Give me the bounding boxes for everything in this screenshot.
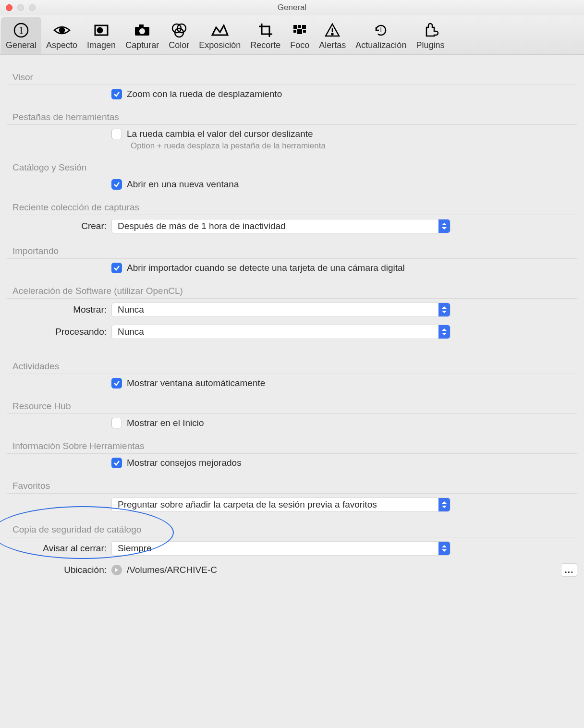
tab-recorte[interactable]: Recorte (245, 17, 285, 54)
select-opencl-proc[interactable]: Nunca (111, 325, 450, 339)
tab-foco[interactable]: Foco (285, 17, 314, 54)
checkbox-wheel-slider-label: La rueda cambia el valor del cursor desl… (127, 129, 313, 139)
alert-icon (324, 20, 341, 40)
tab-plugins[interactable]: Plugins (411, 17, 449, 54)
checkbox-open-new-window-label: Abrir en una nueva ventana (127, 179, 239, 190)
svg-point-7 (139, 28, 145, 34)
section-resource-hub: Resource Hub (7, 392, 577, 414)
opencl-show-label: Mostrar: (7, 304, 111, 315)
svg-rect-14 (293, 30, 296, 33)
tab-general[interactable]: 1 General (1, 17, 41, 54)
camera-icon (133, 20, 151, 40)
backup-close-label: Avisar al cerrar: (7, 543, 111, 554)
checkbox-auto-window-label: Mostrar ventana automáticamente (127, 378, 265, 388)
section-tooltips: Información Sobre Herramientas (7, 432, 577, 454)
svg-point-18 (332, 34, 333, 35)
tab-alertas[interactable]: Alertas (314, 17, 351, 54)
svg-text:1: 1 (379, 26, 383, 34)
backup-loc-label: Ubicación: (7, 565, 111, 575)
svg-rect-12 (298, 25, 301, 28)
focus-icon (291, 20, 308, 40)
svg-rect-16 (303, 30, 306, 33)
tab-actualizacion[interactable]: 1 Actualización (351, 17, 411, 54)
tab-label: Imagen (87, 40, 116, 50)
tab-label: Actualización (355, 40, 406, 50)
general-icon: 1 (12, 20, 30, 40)
prefs-toolbar: 1 General Aspecto Imagen Capturar Color … (0, 15, 584, 55)
svg-rect-15 (297, 29, 302, 34)
svg-point-4 (97, 28, 102, 33)
section-catalog-session: Catálogo y Sesión (7, 154, 577, 175)
section-recent-capture: Reciente colección de capturas (7, 194, 577, 215)
opencl-proc-label: Procesando: (7, 327, 111, 337)
section-favorites: Favoritos (7, 472, 577, 494)
svg-rect-11 (293, 25, 297, 29)
svg-rect-6 (139, 24, 144, 27)
tab-label: Aspecto (46, 40, 77, 50)
tab-label: Foco (290, 40, 309, 50)
tab-label: Alertas (319, 40, 346, 50)
plugin-icon (422, 20, 439, 40)
section-importing: Importando (7, 237, 577, 259)
checkbox-show-start[interactable] (111, 418, 122, 428)
section-visor: Visor (7, 63, 577, 85)
color-icon (170, 20, 188, 40)
titlebar: General (0, 0, 584, 15)
eye-icon (52, 20, 72, 40)
prefs-content: Visor Zoom con la rueda de desplazamient… (0, 55, 584, 600)
checkbox-wheel-slider[interactable] (111, 129, 122, 139)
select-opencl-show-value: Nunca (118, 304, 144, 315)
select-opencl-show[interactable]: Nunca (111, 303, 450, 317)
backup-path: /Volumes/ARCHIVE-C (127, 565, 217, 575)
tab-exposicion[interactable]: Exposición (194, 17, 245, 54)
tab-color[interactable]: Color (164, 17, 194, 54)
checkbox-enhanced-tips-label: Mostrar consejos mejorados (127, 458, 242, 468)
checkbox-auto-window[interactable] (111, 378, 122, 388)
checkbox-enhanced-tips[interactable] (111, 458, 122, 468)
tab-label: Recorte (250, 40, 280, 50)
crop-icon (257, 20, 274, 40)
svg-rect-13 (302, 25, 306, 29)
create-label: Crear: (7, 221, 111, 231)
window-title: General (0, 3, 584, 12)
checkbox-show-start-label: Mostrar en el Inicio (127, 418, 204, 428)
tab-capturar[interactable]: Capturar (121, 17, 164, 54)
path-arrow-icon (111, 565, 122, 575)
checkbox-zoom-scroll[interactable] (111, 89, 122, 99)
browse-button[interactable]: ... (561, 563, 577, 577)
checkbox-open-importer-label: Abrir importador cuando se detecte una t… (127, 263, 405, 273)
update-icon: 1 (372, 20, 389, 40)
select-create-collection[interactable]: Después de más de 1 hora de inactividad (111, 219, 450, 233)
checkbox-zoom-scroll-label: Zoom con la rueda de desplazamiento (127, 89, 282, 99)
section-activities: Actividades (7, 352, 577, 374)
select-backup-close-value: Siempre (118, 543, 152, 554)
tab-label: Exposición (199, 40, 241, 50)
section-opencl: Aceleración de Software (utilizar OpenCL… (7, 277, 577, 299)
tab-label: Capturar (125, 40, 159, 50)
section-backup: Copia de seguridad de catálogo (7, 516, 577, 537)
exposure-icon (210, 20, 230, 40)
select-favorites-value: Preguntar sobre añadir la carpeta de la … (118, 499, 377, 510)
image-icon (93, 20, 110, 40)
svg-text:1: 1 (19, 25, 24, 36)
select-backup-close[interactable]: Siempre (111, 541, 450, 556)
checkbox-open-new-window[interactable] (111, 179, 122, 190)
tab-label: Color (169, 40, 189, 50)
select-create-value: Después de más de 1 hora de inactividad (118, 221, 286, 231)
tab-imagen[interactable]: Imagen (82, 17, 121, 54)
tab-label: Plugins (416, 40, 444, 50)
section-tool-tabs: Pestañas de herramientas (7, 103, 577, 125)
checkbox-open-importer[interactable] (111, 263, 122, 273)
tab-label: General (6, 40, 36, 50)
wheel-slider-hint: Option + rueda desplaza la pestaña de la… (7, 141, 577, 151)
select-favorites[interactable]: Preguntar sobre añadir la carpeta de la … (111, 497, 450, 512)
tab-aspecto[interactable]: Aspecto (41, 17, 82, 54)
svg-point-2 (60, 28, 64, 33)
select-opencl-proc-value: Nunca (118, 327, 144, 337)
